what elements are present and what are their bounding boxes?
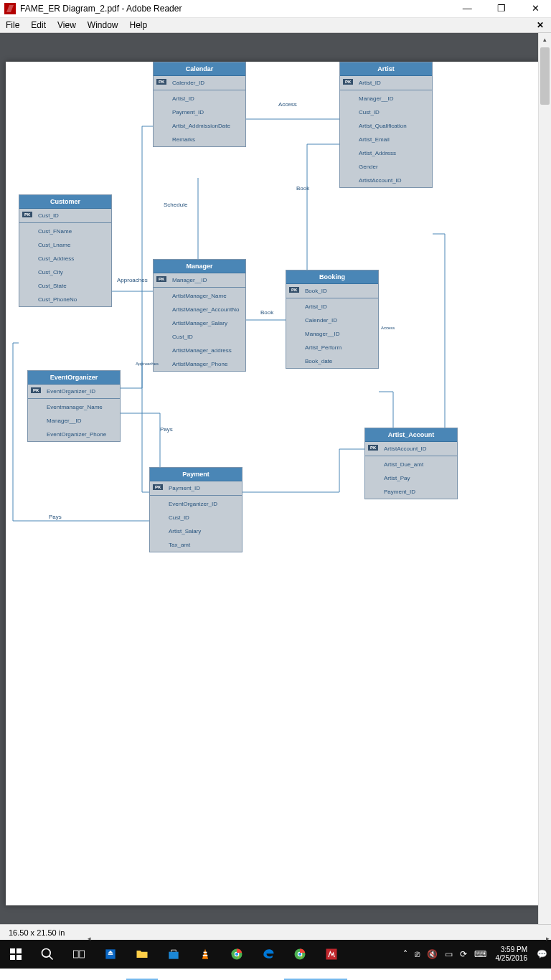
statusbar: 16.50 x 21.50 in ◂ ▸ [0,924,551,940]
rel-schedule: Schedule [164,202,187,208]
attr: Cust_City [19,265,111,279]
rel-pays: Pays [160,426,173,433]
attr: Manager__ID [340,92,432,105]
menu-edit[interactable]: Edit [25,20,52,30]
entity-header: EventOrganizer [28,371,120,385]
attr: Cust_FName [19,225,111,238]
attr-pk: Payment_ID [150,481,242,496]
attr: Artist_Qualification [340,119,432,133]
svg-rect-8 [203,955,208,956]
menu-view[interactable]: View [52,20,82,30]
scroll-thumb[interactable] [540,47,550,105]
cortana-search-icon[interactable] [32,940,63,969]
svg-rect-4 [108,953,113,955]
svg-point-11 [235,953,238,956]
entity-header: Artist [340,62,432,76]
maximize-button[interactable]: ❐ [486,0,517,17]
attr: Eventmanager_Name [28,400,120,414]
action-center-icon[interactable]: 💬 [533,949,551,959]
attr: Artist_ID [154,92,245,105]
window-controls: — ❐ ✕ [451,0,551,17]
attr-pk: Manager__ID [154,273,245,288]
attr: Payment_ID [154,105,245,119]
page-dimensions: 16.50 x 21.50 in [0,928,86,937]
attr: Manager__ID [28,414,120,428]
entity-header: Calendar [154,62,245,76]
entity-header: Manager [154,260,245,273]
scroll-right-icon[interactable]: ▸ [546,935,550,942]
entity-payment: Payment Payment_ID EventOrganizer_ID Cus… [149,467,242,552]
start-button[interactable] [0,940,32,969]
menu-help[interactable]: Help [124,20,154,30]
attr: ArtistManager_Phone [154,357,245,371]
taskbar-edge[interactable] [253,940,284,969]
attr: Artist_Email [340,133,432,146]
scroll-left-icon[interactable]: ◂ [88,935,91,942]
attr: Cust_ID [154,330,245,344]
system-tray: ˄ ⎚ 🔇 ▭ ⟳ ⌨ 3:59 PM 4/25/2016 💬 [400,946,552,963]
taskbar-adobe-reader[interactable] [316,940,347,969]
attr: Cust_State [19,279,111,293]
attr: Artist_AddmissionDate [154,119,245,133]
entity-header: Customer [19,195,111,209]
window-title: FAME_ER Diagram_2.pdf - Adobe Reader [20,4,451,14]
titlebar: FAME_ER Diagram_2.pdf - Adobe Reader — ❐… [0,0,551,17]
taskbar-vlc[interactable] [189,940,221,969]
rel-access-2: Access [381,326,395,330]
menu-window[interactable]: Window [82,20,124,30]
attr: Tax_amt [150,538,242,552]
attr: Cust_PhoneNo [19,293,111,306]
close-button[interactable]: ✕ [519,0,551,17]
tray-sync-icon[interactable]: ⟳ [456,949,471,959]
svg-point-14 [298,953,301,956]
svg-marker-6 [202,949,208,959]
taskbar: ˄ ⎚ 🔇 ▭ ⟳ ⌨ 3:59 PM 4/25/2016 💬 [0,940,551,969]
er-connectors [6,62,538,905]
tray-overflow-icon[interactable]: ˄ [400,949,411,959]
tray-network-icon[interactable]: ⎚ [411,949,423,959]
entity-customer: Customer Cust_ID Cust_FName Cust_Lname C… [19,194,112,307]
minimize-button[interactable]: — [451,0,483,17]
document-close-icon[interactable]: ✕ [531,20,551,30]
tray-keyboard-icon[interactable]: ⌨ [471,949,490,959]
attr: Cust_Lname [19,238,111,252]
app-icon [4,3,16,14]
svg-rect-2 [80,951,85,958]
taskbar-chrome-2[interactable] [284,940,316,969]
attr: Artist_Address [340,146,432,160]
task-view-icon[interactable] [63,940,95,969]
attr: ArtistManager_Name [154,289,245,303]
clock[interactable]: 3:59 PM 4/25/2016 [490,946,534,963]
entity-header: Artist_Account [365,428,457,442]
taskbar-file-explorer[interactable] [126,940,158,969]
taskbar-app[interactable] [95,940,126,969]
tray-battery-icon[interactable]: ▭ [441,949,456,959]
svg-point-0 [42,949,51,958]
taskbar-chrome[interactable] [221,940,253,969]
attr-pk: Calender_ID [154,76,245,90]
attr: Artist_ID [286,300,378,314]
taskbar-store[interactable] [158,940,189,969]
attr: ArtistManager_Salary [154,316,245,330]
vertical-scrollbar[interactable]: ▴ ▾ [538,33,551,940]
attr: EventOrganizer_ID [150,497,242,511]
rel-access: Access [278,101,297,108]
entity-manager: Manager Manager__ID ArtistManager_Name A… [153,259,246,372]
entity-artist-account: Artist_Account ArtistAccount_ID Artist_D… [364,428,458,499]
rel-book-2: Book [296,185,309,192]
attr: Book_date [286,354,378,368]
attr: Manager__ID [286,327,378,341]
entity-eventorganizer: EventOrganizer EventOrganizer_ID Eventma… [27,370,121,442]
svg-rect-1 [74,951,79,958]
scroll-up-icon[interactable]: ▴ [539,33,551,46]
tray-volume-icon[interactable]: 🔇 [423,949,441,959]
pdf-page[interactable]: Calendar Calender_ID Artist_ID Payment_I… [6,62,538,905]
menu-file[interactable]: File [0,20,25,30]
attr: Artist_Pay [365,471,457,485]
svg-rect-7 [204,952,207,953]
attr: Cust_ID [150,511,242,524]
rel-approaches: Approaches [117,277,148,283]
rel-approaches-2: Approaches [136,362,159,366]
attr: Cust_Address [19,252,111,265]
attr: Artist_Salary [150,524,242,538]
